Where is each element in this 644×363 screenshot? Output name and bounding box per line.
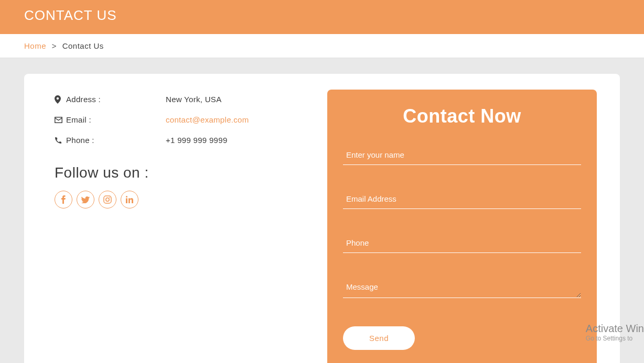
svg-rect-3: [126, 199, 127, 204]
phone-label: Phone :: [66, 136, 166, 145]
svg-point-2: [109, 197, 110, 198]
follow-heading: Follow us on :: [55, 164, 297, 181]
breadcrumb-home-link[interactable]: Home: [24, 41, 46, 50]
contact-info-column: Address : New York, USA Email : contact@…: [24, 90, 327, 363]
linkedin-icon[interactable]: [121, 191, 138, 208]
svg-point-4: [126, 196, 127, 197]
phone-icon: [55, 137, 66, 144]
email-label: Email :: [66, 115, 166, 124]
social-buttons: [55, 191, 297, 208]
twitter-icon[interactable]: [77, 191, 94, 208]
envelope-icon: [55, 117, 66, 123]
name-input[interactable]: [343, 145, 581, 165]
breadcrumb-separator: >: [52, 41, 57, 50]
message-input[interactable]: [343, 277, 581, 298]
send-button[interactable]: Send: [343, 326, 415, 350]
phone-row: Phone : +1 999 999 9999: [55, 136, 297, 145]
contact-card: Address : New York, USA Email : contact@…: [24, 74, 620, 363]
email-link[interactable]: contact@example.com: [166, 115, 249, 124]
email-row: Email : contact@example.com: [55, 115, 297, 124]
phone-input[interactable]: [343, 233, 581, 253]
instagram-icon[interactable]: [99, 191, 116, 208]
breadcrumb-current: Contact Us: [62, 41, 104, 50]
address-value: New York, USA: [166, 95, 221, 104]
address-row: Address : New York, USA: [55, 95, 297, 104]
header-bar: CONTACT US: [0, 0, 644, 34]
form-title: Contact Now: [343, 105, 581, 127]
form-column: Contact Now Send: [327, 90, 620, 363]
map-marker-icon: [55, 95, 66, 104]
email-input[interactable]: [343, 189, 581, 209]
svg-rect-0: [104, 196, 111, 203]
facebook-icon[interactable]: [55, 191, 72, 208]
page-title: CONTACT US: [24, 7, 620, 24]
phone-value: +1 999 999 9999: [166, 136, 228, 145]
contact-form-card: Contact Now Send: [327, 90, 597, 363]
address-label: Address :: [66, 95, 166, 104]
svg-point-1: [106, 198, 109, 201]
breadcrumb: Home > Contact Us: [0, 34, 644, 58]
